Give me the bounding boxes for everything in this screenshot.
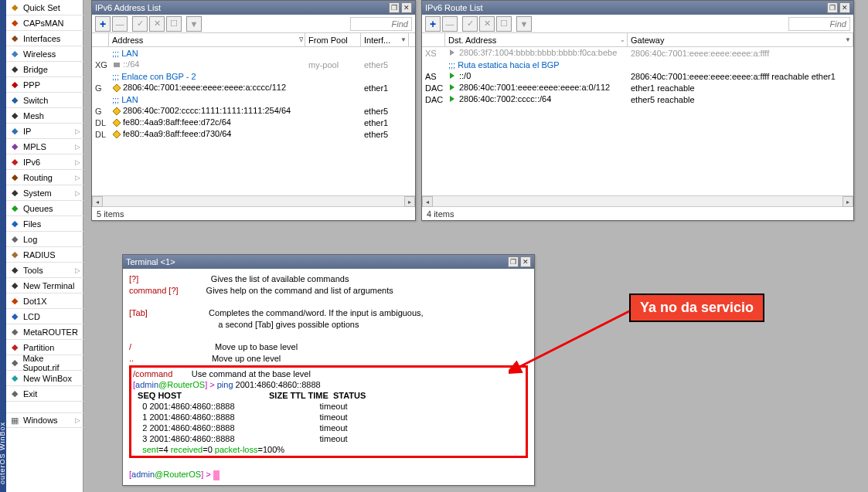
menu-item-new-terminal[interactable]: ◆New Terminal [6,278,83,294]
window-title: Terminal <1> [126,257,506,266]
restore-button[interactable]: ❐ [389,2,400,13]
close-button[interactable]: ✕ [520,256,531,267]
menu-item-quick-set[interactable]: ◆Quick Set [6,0,83,15]
menu-item-wireless[interactable]: ◆Wireless [6,46,83,62]
table-row[interactable]: G2806:40c:7001:eeee:eeee:eeee:a:cccc/112… [92,82,415,93]
h-scrollbar[interactable]: ◂ ▸ [92,195,415,206]
menu-item-log[interactable]: ◆Log [6,232,83,247]
menu-item-interfaces[interactable]: ◆Interfaces [6,31,83,46]
menu-item-make-supout-rif[interactable]: ◆Make Supout.rif [6,355,83,371]
table-row[interactable]: XG::/64my-poolether5 [92,59,415,70]
table-row[interactable]: ;;; Ruta estatica hacia el BGP [422,59,853,70]
enable-button[interactable]: ✓ [132,16,148,32]
flag-cell: AS [422,72,445,81]
add-button[interactable]: + [425,16,441,32]
add-button[interactable]: + [95,16,111,32]
scroll-right[interactable]: ▸ [842,196,853,207]
menu-item-mesh[interactable]: ◆Mesh [6,108,83,124]
menu-item-windows[interactable]: ▦Windows▷ [6,412,83,428]
close-button[interactable]: ✕ [401,2,412,13]
gateway-cell: 2806:40c:7001:eeee:eeee:eeee:a:ffff reac… [628,72,853,81]
disable-button[interactable]: ✕ [149,16,165,32]
close-button[interactable]: ✕ [839,2,850,13]
find-input[interactable] [350,17,412,31]
menu-label: Exit [23,389,37,399]
comment-button[interactable]: ☐ [496,16,512,32]
menu-item-tools[interactable]: ◆Tools▷ [6,263,83,278]
remove-button[interactable]: — [112,16,128,32]
disable-button[interactable]: ✕ [479,16,495,32]
dst-cell: 2806:40c:7002:cccc::/64 [445,94,628,104]
menu-item-ipv6[interactable]: ◆IPv6▷ [6,154,83,170]
submenu-indicator-icon: ▷ [75,416,80,424]
table-row[interactable]: G2806:40c:7002:cccc:1111:1111:1111:254/6… [92,105,415,117]
menu-item-system[interactable]: ◆System▷ [6,185,83,201]
menu-item-switch[interactable]: ◆Switch [6,93,83,108]
table-row[interactable]: DLfe80::4aa9:8aff:feee:d730/64ether5 [92,128,415,140]
col-address[interactable]: ∇Address [109,33,305,46]
menu-label: Dot1X [23,297,47,306]
address-cell: fe80::4aa9:8aff:feee:d730/64 [109,129,305,139]
menu-item-mpls[interactable]: ◆MPLS▷ [6,139,83,154]
find-input[interactable] [788,17,850,31]
ipv6-icon: ◆ [9,157,20,168]
switch-icon: ◆ [9,95,20,106]
menu-item-metarouter[interactable]: ◆MetaROUTER [6,324,83,340]
menu-item-exit[interactable]: ◆Exit [6,386,83,402]
titlebar[interactable]: IPv6 Route List ❐ ✕ [422,1,853,15]
item-count: 5 items [97,209,124,219]
wifi-icon: ◆ [9,49,20,59]
menu-label: RADIUS [23,250,56,260]
menu-item-bridge[interactable]: ◆Bridge [6,62,83,77]
address-icon [112,118,121,127]
enable-button[interactable]: ✓ [462,16,478,32]
menu-item-radius[interactable]: ◆RADIUS [6,247,83,263]
table-row[interactable]: ;;; LAN [92,47,415,59]
radius-icon: ◆ [9,249,20,260]
restore-button[interactable]: ❐ [827,2,838,13]
table-row[interactable]: AS::/02806:40c:7001:eeee:eeee:eeee:a:fff… [422,70,853,82]
menu-item-dot1x[interactable]: ◆Dot1X [6,294,83,309]
col-from-pool[interactable]: From Pool [305,33,361,46]
system-icon: ◆ [9,188,20,198]
menu-item-capsman[interactable]: ◆CAPsMAN [6,15,83,31]
toolbar: + — ✓ ✕ ☐ ▼ [92,15,415,33]
menu-item-ppp[interactable]: ◆PPP [6,77,83,93]
table-row[interactable]: ;;; Enlace con BGP - 2 [92,70,415,82]
terminal-cursor [213,470,220,480]
scroll-left[interactable]: ◂ [92,196,103,207]
interface-cell: ether5 [361,107,409,116]
statusbar: 5 items [92,206,415,220]
mesh-icon: ◆ [9,110,20,121]
submenu-indicator-icon: ▷ [75,143,80,151]
col-gateway[interactable]: ▼Gateway [628,33,853,46]
table-row[interactable]: ;;; LAN [92,93,415,105]
menu-item-ip[interactable]: ◆IP▷ [6,124,83,139]
scroll-right[interactable]: ▸ [404,196,415,207]
dot1x-icon: ◆ [9,296,20,307]
h-scrollbar[interactable]: ◂ ▸ [422,195,853,206]
col-interface[interactable]: ▼Interf... [361,33,409,46]
grid-body[interactable]: XS2806:3f7:1004:bbbb:bbbb:bbbb:f0ca:bebe… [422,47,853,195]
table-row[interactable]: DLfe80::4aa9:8aff:feee:d72c/64ether1 [92,117,415,128]
filter-button[interactable]: ▼ [516,16,532,32]
scroll-left[interactable]: ◂ [422,196,433,207]
terminal-body[interactable]: [?] Gives the list of available commands… [123,269,534,485]
restore-button[interactable]: ❐ [508,256,519,267]
menu-item-new-winbox[interactable]: ◆New WinBox [6,371,83,386]
menu-item-lcd[interactable]: ◆LCD [6,309,83,324]
interface-cell: ether1 [361,118,409,127]
titlebar[interactable]: Terminal <1> ❐ ✕ [123,255,534,269]
remove-button[interactable]: — [442,16,458,32]
menu-item-files[interactable]: ◆Files [6,216,83,232]
menu-item-routing[interactable]: ◆Routing▷ [6,170,83,185]
menu-item-queues[interactable]: ◆Queues [6,201,83,216]
table-row[interactable]: DAC2806:40c:7001:eeee:eeee:eeee:a:0/112e… [422,82,853,93]
filter-button[interactable]: ▼ [186,16,202,32]
titlebar[interactable]: IPv6 Address List ❐ ✕ [92,1,415,15]
col-dst[interactable]: Dst. Address⌄ [445,33,628,46]
grid-body[interactable]: ;;; LANXG::/64my-poolether5;;; Enlace co… [92,47,415,195]
comment-button[interactable]: ☐ [166,16,182,32]
table-row[interactable]: DAC2806:40c:7002:cccc::/64ether5 reachab… [422,93,853,105]
table-row[interactable]: XS2806:3f7:1004:bbbb:bbbb:bbbb:f0ca:bebe… [422,47,853,59]
